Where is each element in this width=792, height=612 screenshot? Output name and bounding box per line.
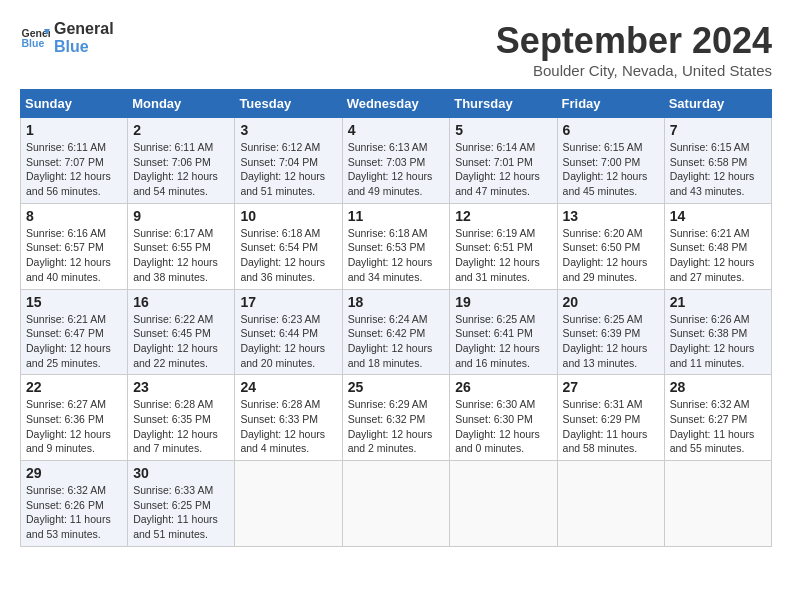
day-header-wednesday: Wednesday — [342, 90, 450, 118]
calendar-cell: 11Sunrise: 6:18 AM Sunset: 6:53 PM Dayli… — [342, 203, 450, 289]
day-info: Sunrise: 6:18 AM Sunset: 6:54 PM Dayligh… — [240, 226, 336, 285]
day-number: 8 — [26, 208, 122, 224]
calendar-cell: 24Sunrise: 6:28 AM Sunset: 6:33 PM Dayli… — [235, 375, 342, 461]
calendar-cell: 20Sunrise: 6:25 AM Sunset: 6:39 PM Dayli… — [557, 289, 664, 375]
calendar-week-3: 15Sunrise: 6:21 AM Sunset: 6:47 PM Dayli… — [21, 289, 772, 375]
day-info: Sunrise: 6:23 AM Sunset: 6:44 PM Dayligh… — [240, 312, 336, 371]
day-number: 13 — [563, 208, 659, 224]
day-info: Sunrise: 6:25 AM Sunset: 6:39 PM Dayligh… — [563, 312, 659, 371]
calendar-cell: 18Sunrise: 6:24 AM Sunset: 6:42 PM Dayli… — [342, 289, 450, 375]
day-number: 10 — [240, 208, 336, 224]
day-info: Sunrise: 6:31 AM Sunset: 6:29 PM Dayligh… — [563, 397, 659, 456]
calendar-cell: 2Sunrise: 6:11 AM Sunset: 7:06 PM Daylig… — [128, 118, 235, 204]
day-number: 19 — [455, 294, 551, 310]
day-info: Sunrise: 6:12 AM Sunset: 7:04 PM Dayligh… — [240, 140, 336, 199]
calendar-cell: 13Sunrise: 6:20 AM Sunset: 6:50 PM Dayli… — [557, 203, 664, 289]
calendar-cell: 28Sunrise: 6:32 AM Sunset: 6:27 PM Dayli… — [664, 375, 771, 461]
title-area: September 2024 Boulder City, Nevada, Uni… — [496, 20, 772, 79]
day-number: 14 — [670, 208, 766, 224]
day-header-saturday: Saturday — [664, 90, 771, 118]
calendar-cell: 19Sunrise: 6:25 AM Sunset: 6:41 PM Dayli… — [450, 289, 557, 375]
day-number: 30 — [133, 465, 229, 481]
day-number: 27 — [563, 379, 659, 395]
logo-icon: General Blue — [20, 23, 50, 53]
calendar-cell: 4Sunrise: 6:13 AM Sunset: 7:03 PM Daylig… — [342, 118, 450, 204]
day-info: Sunrise: 6:15 AM Sunset: 7:00 PM Dayligh… — [563, 140, 659, 199]
calendar-cell — [342, 461, 450, 547]
calendar-cell — [664, 461, 771, 547]
day-number: 3 — [240, 122, 336, 138]
day-info: Sunrise: 6:24 AM Sunset: 6:42 PM Dayligh… — [348, 312, 445, 371]
calendar-header-row: SundayMondayTuesdayWednesdayThursdayFrid… — [21, 90, 772, 118]
day-number: 1 — [26, 122, 122, 138]
svg-text:Blue: Blue — [22, 37, 45, 49]
day-info: Sunrise: 6:11 AM Sunset: 7:06 PM Dayligh… — [133, 140, 229, 199]
calendar-cell: 30Sunrise: 6:33 AM Sunset: 6:25 PM Dayli… — [128, 461, 235, 547]
day-number: 20 — [563, 294, 659, 310]
day-info: Sunrise: 6:14 AM Sunset: 7:01 PM Dayligh… — [455, 140, 551, 199]
day-number: 5 — [455, 122, 551, 138]
calendar-cell — [235, 461, 342, 547]
day-info: Sunrise: 6:29 AM Sunset: 6:32 PM Dayligh… — [348, 397, 445, 456]
day-info: Sunrise: 6:32 AM Sunset: 6:26 PM Dayligh… — [26, 483, 122, 542]
day-number: 6 — [563, 122, 659, 138]
calendar-cell — [557, 461, 664, 547]
day-number: 22 — [26, 379, 122, 395]
day-number: 16 — [133, 294, 229, 310]
day-number: 23 — [133, 379, 229, 395]
page-title: September 2024 — [496, 20, 772, 62]
day-info: Sunrise: 6:17 AM Sunset: 6:55 PM Dayligh… — [133, 226, 229, 285]
day-info: Sunrise: 6:32 AM Sunset: 6:27 PM Dayligh… — [670, 397, 766, 456]
calendar: SundayMondayTuesdayWednesdayThursdayFrid… — [20, 89, 772, 547]
day-number: 28 — [670, 379, 766, 395]
calendar-cell: 1Sunrise: 6:11 AM Sunset: 7:07 PM Daylig… — [21, 118, 128, 204]
day-info: Sunrise: 6:11 AM Sunset: 7:07 PM Dayligh… — [26, 140, 122, 199]
day-header-monday: Monday — [128, 90, 235, 118]
day-info: Sunrise: 6:30 AM Sunset: 6:30 PM Dayligh… — [455, 397, 551, 456]
calendar-cell: 27Sunrise: 6:31 AM Sunset: 6:29 PM Dayli… — [557, 375, 664, 461]
day-info: Sunrise: 6:13 AM Sunset: 7:03 PM Dayligh… — [348, 140, 445, 199]
day-info: Sunrise: 6:25 AM Sunset: 6:41 PM Dayligh… — [455, 312, 551, 371]
calendar-cell: 29Sunrise: 6:32 AM Sunset: 6:26 PM Dayli… — [21, 461, 128, 547]
calendar-cell: 8Sunrise: 6:16 AM Sunset: 6:57 PM Daylig… — [21, 203, 128, 289]
calendar-cell: 15Sunrise: 6:21 AM Sunset: 6:47 PM Dayli… — [21, 289, 128, 375]
calendar-cell: 12Sunrise: 6:19 AM Sunset: 6:51 PM Dayli… — [450, 203, 557, 289]
calendar-cell: 21Sunrise: 6:26 AM Sunset: 6:38 PM Dayli… — [664, 289, 771, 375]
calendar-cell: 26Sunrise: 6:30 AM Sunset: 6:30 PM Dayli… — [450, 375, 557, 461]
calendar-cell: 3Sunrise: 6:12 AM Sunset: 7:04 PM Daylig… — [235, 118, 342, 204]
calendar-cell: 9Sunrise: 6:17 AM Sunset: 6:55 PM Daylig… — [128, 203, 235, 289]
calendar-cell: 23Sunrise: 6:28 AM Sunset: 6:35 PM Dayli… — [128, 375, 235, 461]
day-number: 9 — [133, 208, 229, 224]
calendar-cell: 16Sunrise: 6:22 AM Sunset: 6:45 PM Dayli… — [128, 289, 235, 375]
day-number: 12 — [455, 208, 551, 224]
day-info: Sunrise: 6:19 AM Sunset: 6:51 PM Dayligh… — [455, 226, 551, 285]
day-number: 15 — [26, 294, 122, 310]
day-info: Sunrise: 6:18 AM Sunset: 6:53 PM Dayligh… — [348, 226, 445, 285]
calendar-cell: 10Sunrise: 6:18 AM Sunset: 6:54 PM Dayli… — [235, 203, 342, 289]
day-info: Sunrise: 6:28 AM Sunset: 6:35 PM Dayligh… — [133, 397, 229, 456]
day-info: Sunrise: 6:22 AM Sunset: 6:45 PM Dayligh… — [133, 312, 229, 371]
day-number: 7 — [670, 122, 766, 138]
day-header-sunday: Sunday — [21, 90, 128, 118]
day-number: 18 — [348, 294, 445, 310]
day-info: Sunrise: 6:21 AM Sunset: 6:47 PM Dayligh… — [26, 312, 122, 371]
day-number: 11 — [348, 208, 445, 224]
calendar-cell: 6Sunrise: 6:15 AM Sunset: 7:00 PM Daylig… — [557, 118, 664, 204]
calendar-week-4: 22Sunrise: 6:27 AM Sunset: 6:36 PM Dayli… — [21, 375, 772, 461]
day-header-friday: Friday — [557, 90, 664, 118]
day-number: 2 — [133, 122, 229, 138]
day-info: Sunrise: 6:16 AM Sunset: 6:57 PM Dayligh… — [26, 226, 122, 285]
day-number: 24 — [240, 379, 336, 395]
calendar-cell: 14Sunrise: 6:21 AM Sunset: 6:48 PM Dayli… — [664, 203, 771, 289]
day-number: 29 — [26, 465, 122, 481]
day-header-tuesday: Tuesday — [235, 90, 342, 118]
logo-line2: Blue — [54, 38, 114, 56]
logo: General Blue General Blue — [20, 20, 114, 56]
day-info: Sunrise: 6:21 AM Sunset: 6:48 PM Dayligh… — [670, 226, 766, 285]
day-info: Sunrise: 6:33 AM Sunset: 6:25 PM Dayligh… — [133, 483, 229, 542]
day-number: 26 — [455, 379, 551, 395]
calendar-week-5: 29Sunrise: 6:32 AM Sunset: 6:26 PM Dayli… — [21, 461, 772, 547]
calendar-cell — [450, 461, 557, 547]
calendar-cell: 17Sunrise: 6:23 AM Sunset: 6:44 PM Dayli… — [235, 289, 342, 375]
day-info: Sunrise: 6:28 AM Sunset: 6:33 PM Dayligh… — [240, 397, 336, 456]
